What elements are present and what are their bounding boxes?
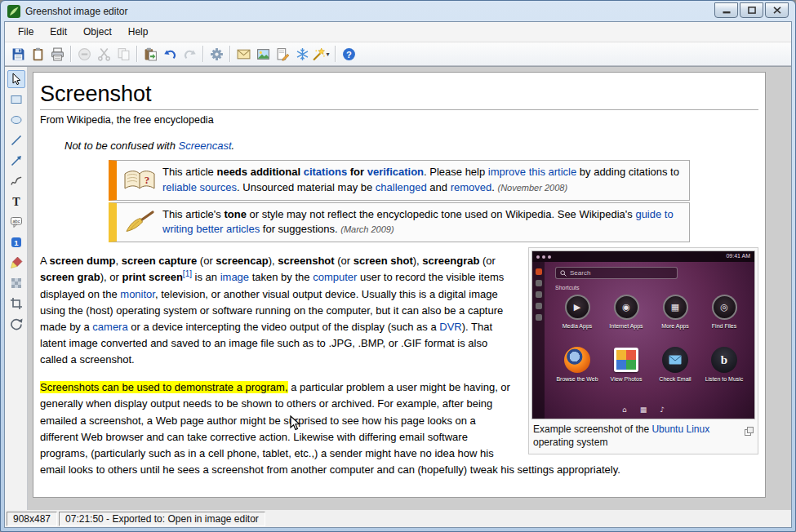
svg-text:?: ? — [145, 174, 150, 186]
rotate-tool[interactable] — [7, 315, 25, 333]
email-icon — [237, 47, 251, 61]
image-dimensions: 908x487 — [7, 512, 57, 526]
speechbubble-tool[interactable]: abc — [7, 213, 25, 231]
minimize-button[interactable] — [714, 2, 738, 18]
help-button[interactable]: ? — [339, 44, 358, 64]
text-segment: screencap — [216, 255, 268, 267]
article-title: Screenshot — [40, 81, 758, 110]
link-text: Screencast — [178, 140, 231, 152]
text-segment: Not to be confused with — [64, 140, 178, 152]
line-tool[interactable] — [7, 131, 25, 149]
rectangle-tool[interactable] — [7, 91, 25, 109]
undo-button[interactable] — [160, 44, 180, 64]
svg-text:abc: abc — [12, 219, 20, 224]
link-text: image — [220, 271, 249, 283]
text-tool[interactable]: T — [7, 193, 25, 211]
highlighter-tool[interactable] — [7, 254, 25, 272]
text-segment: screen grab — [40, 271, 100, 283]
copy-button[interactable] — [113, 44, 133, 64]
text-segment: This article's — [162, 208, 224, 220]
copy-to-clipboard-button[interactable] — [28, 44, 47, 64]
hatnote: Not to be confused with Screencast. — [64, 138, 758, 154]
ellipse-tool[interactable] — [7, 111, 25, 129]
find-files-icon: ◎ — [712, 295, 737, 320]
text-segment: for suggestions. — [260, 223, 340, 235]
delete-button[interactable] — [74, 44, 94, 64]
menu-help[interactable]: Help — [120, 23, 157, 41]
infobox-caption: Example screenshot of the Ubuntu Linux o… — [533, 423, 741, 449]
text-segment: ), — [413, 255, 423, 267]
tone-notice: This article's tone or style may not ref… — [109, 202, 690, 243]
citations-notice-text: This article needs additional citations … — [162, 161, 689, 200]
settings-button[interactable] — [207, 44, 226, 64]
crop-tool[interactable] — [7, 295, 25, 313]
link-text: [1] — [183, 269, 192, 278]
arrow-icon — [10, 154, 23, 167]
text-segment: This article — [162, 166, 216, 178]
counter-icon: 1 — [10, 236, 23, 249]
text-segment: by adding citations to — [576, 166, 679, 178]
rotate-icon — [10, 317, 23, 330]
save-icon — [11, 47, 25, 61]
ubuntu-window-dots — [536, 255, 551, 259]
link-text: DVR — [439, 321, 461, 333]
image-export-icon — [256, 47, 270, 61]
menubar: File Edit Object Help — [5, 22, 791, 42]
editor-canvas[interactable]: Screenshot From Wikipedia, the free ency… — [28, 67, 791, 510]
toolbar-separator — [202, 46, 203, 62]
redo-button[interactable] — [180, 44, 199, 64]
menu-file[interactable]: File — [10, 23, 42, 41]
magic-wand-button[interactable]: ▾ — [312, 44, 331, 64]
menu-object[interactable]: Object — [75, 23, 120, 41]
text-segment: Screenshots can be used to demonstrate a… — [40, 381, 288, 393]
thumbnail-box: 09:41 AM Search Shortcuts — [528, 247, 758, 454]
app-icons-row: Browse the Web View Photos — [554, 347, 748, 384]
search-placeholder: Search — [570, 268, 590, 278]
freehand-tool[interactable] — [7, 172, 25, 190]
ubuntu-top-panel: 09:41 AM — [532, 251, 754, 262]
freehand-icon — [10, 175, 23, 188]
counter-tool[interactable]: 1 — [7, 233, 25, 251]
maximize-button[interactable] — [740, 2, 763, 18]
statusbar: 908x487 07:21:50 - Exported to: Open in … — [5, 510, 791, 527]
email-app-icon — [662, 347, 688, 373]
broom-icon — [117, 206, 162, 237]
maximize-icon — [748, 7, 756, 14]
email-button[interactable] — [233, 44, 253, 64]
greenshot-logo-icon — [7, 5, 20, 18]
obfuscate-tool[interactable] — [7, 274, 25, 292]
ubuntu-launcher — [532, 262, 545, 419]
ubuntu-clock: 09:41 AM — [726, 252, 750, 261]
menu-edit[interactable]: Edit — [42, 23, 75, 41]
edit-button[interactable] — [273, 44, 292, 64]
effects-button[interactable] — [292, 44, 312, 64]
line-icon — [10, 134, 23, 147]
paste-button[interactable] — [140, 44, 160, 64]
text-segment: and — [427, 181, 451, 193]
image-export-button[interactable] — [253, 44, 273, 64]
link-text: camera — [92, 321, 127, 333]
captured-screenshot[interactable]: Screenshot From Wikipedia, the free ency… — [33, 72, 766, 498]
close-button[interactable] — [765, 2, 789, 18]
infobox-caption-row: Example screenshot of the Ubuntu Linux o… — [531, 419, 755, 450]
undo-icon — [163, 47, 177, 61]
print-button[interactable] — [47, 44, 67, 64]
citations-notice: ? This article needs additional citation… — [109, 160, 690, 201]
link-text: citations — [304, 166, 347, 178]
save-button[interactable] — [8, 44, 28, 64]
print-icon — [51, 47, 64, 61]
titlebar[interactable]: Greenshot image editor — [4, 1, 792, 21]
text-segment: operating system — [533, 437, 607, 448]
text-segment: screengrab — [422, 255, 479, 267]
selection-tool[interactable] — [7, 70, 25, 88]
text-segment: (or — [479, 255, 496, 267]
status-message: 07:21:50 - Exported to: Open in image ed… — [59, 512, 265, 526]
text-segment: taken by the — [249, 271, 313, 283]
grid-icon: ▦ — [640, 405, 647, 416]
link-text: verification — [367, 166, 424, 178]
arrow-tool[interactable] — [7, 152, 25, 170]
cut-button[interactable] — [94, 44, 113, 64]
settings-icon — [210, 47, 224, 61]
text-segment: (March 2009) — [340, 224, 394, 234]
speechbubble-icon: abc — [10, 215, 23, 228]
